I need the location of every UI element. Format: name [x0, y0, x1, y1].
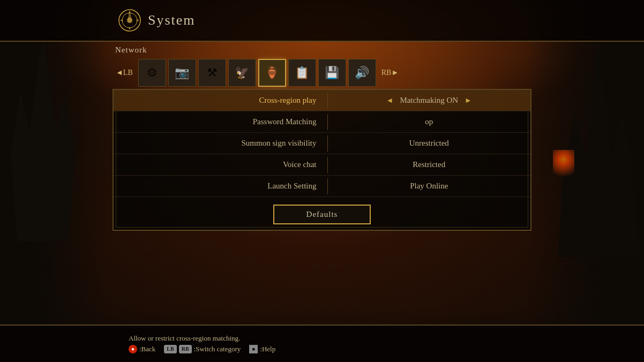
system-icon — [118, 9, 141, 32]
gameplay-icon: 🦅 — [235, 66, 249, 80]
settings-icon: ⚙ — [147, 66, 158, 80]
lb-button-icon: LB — [164, 345, 176, 353]
arrow-left-icon[interactable]: ◄ — [386, 96, 394, 105]
summon-sign-value: Unrestricted — [409, 139, 449, 148]
label-cross-region: Cross-region play — [114, 96, 327, 105]
voice-chat-value: Restricted — [413, 160, 445, 169]
svg-point-2 — [127, 18, 132, 23]
page-title: System — [148, 12, 196, 28]
square-button-icon: ■ — [249, 345, 258, 353]
value-launch-setting: Play Online — [328, 182, 531, 191]
bottom-bar: Allow or restrict cross-region matching.… — [0, 325, 644, 362]
tab-network[interactable]: 🏺 — [258, 59, 286, 87]
row-password-matching[interactable]: Password Matching op — [114, 111, 530, 133]
value-voice-chat: Restricted — [328, 160, 531, 169]
tab-nav-right[interactable]: RB► — [378, 67, 402, 78]
rb-button-icon: RB — [179, 345, 192, 353]
save-icon: 💾 — [325, 66, 339, 80]
row-summon-sign[interactable]: Summon sign visibility Unrestricted — [114, 133, 530, 154]
tab-list[interactable]: 📋 — [288, 59, 316, 87]
arrow-right-icon[interactable]: ► — [465, 96, 472, 105]
label-summon-sign: Summon sign visibility — [114, 139, 327, 148]
sound-icon: 🔊 — [355, 66, 369, 80]
torch-glow — [553, 150, 574, 182]
tab-gameplay[interactable]: 🦅 — [228, 59, 256, 87]
tools-icon: ⚒ — [207, 66, 218, 80]
building-left — [0, 0, 107, 362]
network-icon: 🏺 — [265, 66, 279, 80]
value-password-matching: op — [328, 117, 531, 126]
label-voice-chat: Voice chat — [114, 160, 327, 169]
section-label: Network — [113, 46, 531, 55]
value-summon-sign: Unrestricted — [328, 139, 531, 148]
tab-photo[interactable]: 📷 — [168, 59, 196, 87]
switch-category-label: :Switch category — [194, 345, 241, 353]
list-icon: 📋 — [295, 66, 309, 80]
header-bar: System — [0, 0, 644, 42]
value-cross-region: ◄ Matchmaking ON ► — [328, 96, 531, 105]
content-box: Cross-region play ◄ Matchmaking ON ► Pas… — [113, 89, 531, 231]
tab-nav-left[interactable]: ◄LB — [113, 67, 136, 78]
tab-sound[interactable]: 🔊 — [348, 59, 376, 87]
defaults-row: Defaults — [114, 197, 530, 230]
cross-region-value: Matchmaking ON — [400, 96, 458, 105]
main-panel: Network ◄LB ⚙ 📷 ⚒ 🦅 🏺 📋 💾 🔊 RB► — [113, 46, 531, 322]
label-launch-setting: Launch Setting — [114, 182, 327, 191]
building-right — [526, 0, 644, 362]
help-control: ■ :Help — [249, 345, 275, 353]
back-control: ● :Back — [129, 345, 155, 353]
tab-save[interactable]: 💾 — [318, 59, 346, 87]
tab-bar: ◄LB ⚙ 📷 ⚒ 🦅 🏺 📋 💾 🔊 RB► — [113, 59, 531, 87]
row-voice-chat[interactable]: Voice chat Restricted — [114, 154, 530, 176]
label-password-matching: Password Matching — [114, 117, 327, 126]
help-label: :Help — [260, 345, 275, 353]
tab-settings[interactable]: ⚙ — [138, 59, 166, 87]
tab-tools[interactable]: ⚒ — [198, 59, 226, 87]
defaults-button[interactable]: Defaults — [273, 205, 371, 224]
bottom-hint: Allow or restrict cross-region matching. — [129, 334, 515, 343]
photo-icon: 📷 — [175, 66, 189, 80]
launch-setting-value: Play Online — [410, 182, 448, 191]
bottom-controls: ● :Back LB RB :Switch category ■ :Help — [129, 345, 515, 353]
row-launch-setting[interactable]: Launch Setting Play Online — [114, 176, 530, 197]
row-cross-region[interactable]: Cross-region play ◄ Matchmaking ON ► — [114, 90, 530, 111]
password-matching-value: op — [425, 117, 433, 126]
back-label: :Back — [139, 345, 155, 353]
switch-category-control: LB RB :Switch category — [164, 345, 241, 353]
settings-table: Cross-region play ◄ Matchmaking ON ► Pas… — [114, 90, 530, 197]
circle-button-icon: ● — [129, 345, 137, 353]
